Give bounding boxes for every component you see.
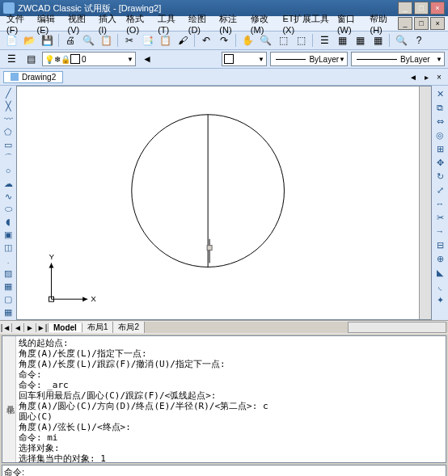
break-icon[interactable]: ⊟	[433, 238, 446, 251]
drawing-canvas[interactable]: X Y	[16, 86, 432, 320]
rectangle-icon[interactable]: ▭	[2, 139, 15, 151]
tab-right-icon[interactable]: ▸	[421, 73, 432, 82]
trim-icon[interactable]: ✂	[433, 211, 446, 224]
sheet-nav-prev[interactable]: ◄	[12, 323, 24, 332]
dc-icon[interactable]: ▦	[334, 32, 350, 48]
menu-format[interactable]: 格式(O)	[123, 13, 154, 35]
point-icon[interactable]: ﹒	[2, 255, 15, 267]
calc-icon[interactable]: ▦	[370, 32, 386, 48]
stretch-icon[interactable]: ↔	[433, 197, 446, 210]
fillet-icon[interactable]: ◟	[433, 280, 446, 293]
preview-icon[interactable]: 🔍	[80, 32, 96, 48]
rotate-icon[interactable]: ↻	[433, 170, 446, 183]
close-button[interactable]: ×	[430, 2, 445, 15]
array-icon[interactable]: ⊞	[433, 142, 446, 155]
tp-icon[interactable]: ▦	[352, 32, 368, 48]
layer-combo[interactable]: 💡❄🔒0▼	[42, 52, 136, 66]
sheet-nav-first[interactable]: |◄	[0, 323, 12, 332]
pan-icon[interactable]: ✋	[239, 32, 256, 48]
cmd-line: 命令:	[19, 369, 444, 380]
redo-icon[interactable]: ↷	[216, 32, 232, 48]
pline-icon[interactable]: 〰	[2, 113, 15, 125]
explode-icon[interactable]: ✦	[433, 293, 446, 306]
new-icon[interactable]: 📄	[3, 32, 19, 48]
mirror-icon[interactable]: ⇔	[433, 115, 446, 128]
menu-insert[interactable]: 插入(I)	[95, 13, 124, 35]
zoom-rt-icon[interactable]: 🔍	[257, 32, 273, 48]
sheet-nav-last[interactable]: ►|	[36, 323, 49, 332]
layer-state-icon[interactable]: ▤	[23, 51, 39, 67]
move-icon[interactable]: ✥	[433, 156, 446, 169]
hscrollbar[interactable]	[145, 322, 448, 333]
props-icon[interactable]: ☰	[316, 32, 332, 48]
spline-icon[interactable]: ∿	[2, 191, 15, 203]
ellipse-icon[interactable]: ⬭	[2, 204, 15, 216]
ellipsearc-icon[interactable]: ◖	[2, 216, 15, 228]
doc-maximize-button[interactable]: □	[414, 17, 429, 30]
gradient-icon[interactable]: ▦	[2, 280, 15, 293]
cmd-line: 角度(A)/圆心(C)/方向(D)/终点(E)/半径(R)/<第二点>: c	[19, 401, 444, 411]
document-tab[interactable]: Drawing2	[3, 71, 63, 83]
revcloud-icon[interactable]: ☁	[2, 178, 15, 190]
zoom-win-icon[interactable]: ⬚	[275, 32, 291, 48]
menu-modify[interactable]: 修改(M)	[247, 13, 280, 35]
menu-draw[interactable]: 绘图(D)	[185, 13, 217, 35]
sheet-nav-next[interactable]: ►	[24, 323, 36, 332]
menu-file[interactable]: 文件(F)	[3, 13, 34, 35]
offset-icon[interactable]: ◎	[433, 128, 446, 141]
color-combo[interactable]: ▼	[222, 52, 267, 66]
line-icon[interactable]: ╱	[2, 87, 15, 99]
lineweight-combo[interactable]: ByLayer▼	[351, 52, 445, 66]
tab-close-icon[interactable]: ×	[433, 73, 445, 82]
find-icon[interactable]: 🔍	[393, 32, 409, 48]
vscrollbar[interactable]	[419, 86, 431, 319]
table-icon[interactable]: ▦	[2, 306, 15, 318]
matchprop-icon[interactable]: 🖌	[175, 32, 191, 48]
chamfer-icon[interactable]: ◣	[433, 266, 446, 279]
menu-tools[interactable]: 工具(T)	[154, 13, 185, 35]
extend-icon[interactable]: →	[433, 225, 446, 238]
doc-minimize-button[interactable]: _	[398, 17, 412, 30]
hatch-icon[interactable]: ▨	[2, 267, 15, 280]
zoom-prev-icon[interactable]: ⬚	[293, 32, 309, 48]
erase-icon[interactable]: ✕	[433, 87, 446, 100]
tab-layout2[interactable]: 布局2	[113, 322, 145, 333]
open-icon[interactable]: 📂	[21, 32, 37, 48]
copy-icon[interactable]: 📑	[139, 32, 155, 48]
undo-icon[interactable]: ↶	[198, 32, 214, 48]
copy-obj-icon[interactable]: ⧉	[433, 101, 446, 114]
menu-window[interactable]: 窗口(W)	[334, 13, 367, 35]
insert-icon[interactable]: ▣	[2, 229, 15, 241]
tab-model[interactable]: Model	[49, 323, 82, 332]
scale-icon[interactable]: ⤢	[433, 183, 446, 196]
save-icon[interactable]: 💾	[39, 32, 55, 48]
tab-left-icon[interactable]: ◄	[408, 73, 419, 82]
layer-prev-icon[interactable]: ◄	[139, 51, 155, 67]
minimize-button[interactable]: _	[398, 2, 412, 15]
help-icon[interactable]: ?	[411, 32, 427, 48]
menu-edit[interactable]: 编辑(E)	[34, 13, 65, 35]
command-history[interactable]: 最小化 线的起始点: 角度(A)/长度(L)/指定下一点: 角度(A)/长度(L…	[2, 335, 446, 463]
print-icon[interactable]: 🖨	[62, 32, 78, 48]
cmd-line: 角度(A)/长度(L)/跟踪(F)/撤消(U)/指定下一点:	[19, 359, 444, 369]
linetype-combo[interactable]: ByLayer▼	[270, 52, 348, 66]
command-input[interactable]	[27, 466, 444, 476]
layer-props-icon[interactable]: ☰	[3, 51, 19, 67]
menu-view[interactable]: 视图(V)	[65, 13, 95, 35]
tab-layout1[interactable]: 布局1	[82, 322, 114, 333]
publish-icon[interactable]: 📋	[98, 32, 114, 48]
circle-icon[interactable]: ○	[2, 165, 15, 177]
paste-icon[interactable]: 📋	[157, 32, 173, 48]
menu-help[interactable]: 帮助(H)	[366, 13, 398, 35]
block-icon[interactable]: ◫	[2, 242, 15, 254]
xline-icon[interactable]: ╳	[2, 100, 15, 112]
polygon-icon[interactable]: ⬠	[2, 126, 15, 138]
cut-icon[interactable]: ✂	[121, 32, 137, 48]
region-icon[interactable]: ▢	[2, 293, 15, 305]
arc-icon[interactable]: ⌒	[2, 152, 15, 164]
join-icon[interactable]: ⊕	[433, 252, 446, 265]
doc-close-button[interactable]: ×	[430, 17, 445, 30]
maximize-button[interactable]: □	[414, 2, 429, 15]
menu-et[interactable]: ET扩展工具(X)	[279, 13, 334, 35]
menu-dimension[interactable]: 标注(N)	[216, 13, 247, 35]
